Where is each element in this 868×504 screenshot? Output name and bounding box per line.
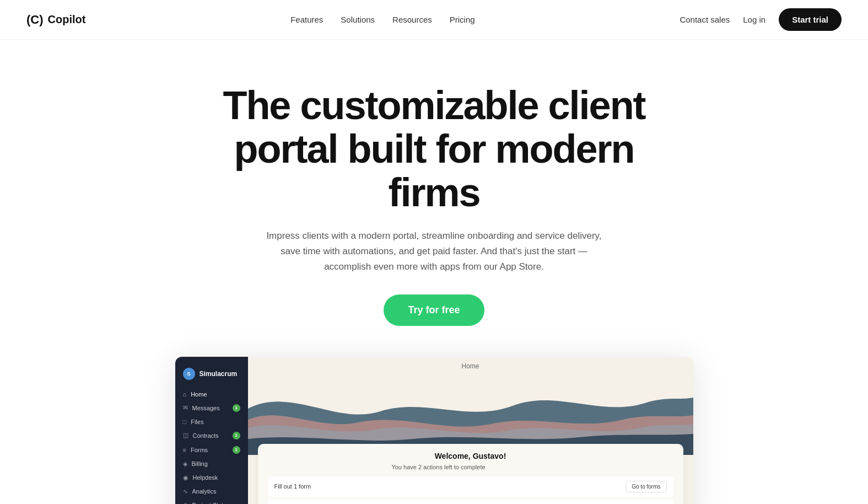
demo-nav-forms[interactable]: ≡ Forms 1 xyxy=(175,443,248,457)
demo-welcome-heading: Welcome, Gustavo! xyxy=(268,452,673,460)
hero-section: The customizable client portal built for… xyxy=(0,40,868,504)
demo-wave-area xyxy=(248,376,693,455)
demo-main-content: Home xyxy=(248,357,693,504)
demo-nav-label: Project Status xyxy=(192,502,230,504)
contracts-badge: 1 xyxy=(233,432,240,439)
demo-nav-helpdesk[interactable]: ◉ Helpdesk xyxy=(175,471,248,485)
demo-nav-label: Helpdesk xyxy=(193,474,218,481)
demo-company-name: Simulacrum xyxy=(200,370,238,378)
demo-nav-messages[interactable]: ✉ Messages 1 xyxy=(175,401,248,415)
demo-nav-files[interactable]: □ Files xyxy=(175,415,248,428)
demo-nav-label: Analytics xyxy=(192,488,217,495)
demo-nav-label: Forms xyxy=(191,447,208,453)
demo-avatar: S xyxy=(183,368,195,380)
login-link[interactable]: Log in xyxy=(743,15,765,24)
helpdesk-icon: ◉ xyxy=(183,474,188,481)
nav-solutions[interactable]: Solutions xyxy=(341,15,375,24)
demo-actions-label: You have 2 actions left to complete xyxy=(268,462,610,472)
demo-nav-label: Files xyxy=(191,419,203,425)
project-status-icon: ⊙ xyxy=(183,502,188,504)
contact-sales-link[interactable]: Contact sales xyxy=(680,15,730,24)
navbar: (C) Copilot Features Solutions Resources… xyxy=(0,0,868,40)
demo-nav-label: Contracts xyxy=(193,432,219,439)
demo-go-to-forms-button[interactable]: Go to forms xyxy=(626,481,666,492)
nav-pricing[interactable]: Pricing xyxy=(450,15,475,24)
demo-nav-label: Messages xyxy=(192,405,220,411)
billing-icon: ◈ xyxy=(183,460,187,468)
forms-icon: ≡ xyxy=(183,447,186,453)
logo-link[interactable]: (C) Copilot xyxy=(26,13,85,27)
home-icon: ⌂ xyxy=(183,391,187,398)
try-for-free-button[interactable]: Try for free xyxy=(384,294,484,326)
demo-action-row-2: Sign 1 contract Go to contracts xyxy=(268,500,673,504)
messages-badge: 1 xyxy=(233,404,240,412)
demo-sidebar: S Simulacrum ⌂ Home ✉ Messages 1 □ Files xyxy=(175,357,248,504)
contracts-icon: ◫ xyxy=(183,432,188,439)
nav-right: Contact sales Log in Start trial xyxy=(680,8,842,31)
demo-window: S Simulacrum ⌂ Home ✉ Messages 1 □ Files xyxy=(175,357,693,504)
demo-welcome-card: Welcome, Gustavo! You have 2 actions lef… xyxy=(258,444,683,504)
forms-badge: 1 xyxy=(233,446,240,454)
demo-action-row-1: Fill out 1 form Go to forms xyxy=(268,476,673,497)
demo-nav-contracts[interactable]: ◫ Contracts 1 xyxy=(175,428,248,443)
demo-sidebar-header: S Simulacrum xyxy=(175,363,248,388)
nav-features[interactable]: Features xyxy=(290,15,323,24)
demo-topbar-label: Home xyxy=(461,362,479,370)
wave-chart xyxy=(248,376,693,455)
demo-topbar: Home xyxy=(248,357,693,376)
messages-icon: ✉ xyxy=(183,404,188,411)
nav-resources[interactable]: Resources xyxy=(392,15,432,24)
demo-action-1-text: Fill out 1 form xyxy=(274,483,311,490)
nav-links: Features Solutions Resources Pricing xyxy=(290,15,475,25)
analytics-icon: ∿ xyxy=(183,488,188,495)
logo-icon: (C) xyxy=(26,13,44,27)
demo-wrapper: S Simulacrum ⌂ Home ✉ Messages 1 □ Files xyxy=(175,357,693,504)
demo-nav-label: Billing xyxy=(192,460,208,467)
demo-nav-billing[interactable]: ◈ Billing xyxy=(175,457,248,471)
start-trial-button[interactable]: Start trial xyxy=(779,8,842,31)
logo-text: Copilot xyxy=(48,13,86,26)
files-icon: □ xyxy=(183,419,187,425)
hero-subheadline: Impress clients with a modern portal, st… xyxy=(263,228,605,275)
demo-nav-home[interactable]: ⌂ Home xyxy=(175,388,248,401)
demo-nav-analytics[interactable]: ∿ Analytics xyxy=(175,485,248,498)
hero-headline: The customizable client portal built for… xyxy=(197,84,671,215)
demo-nav-project-status[interactable]: ⊙ Project Status xyxy=(175,498,248,504)
demo-nav-label: Home xyxy=(191,391,207,398)
